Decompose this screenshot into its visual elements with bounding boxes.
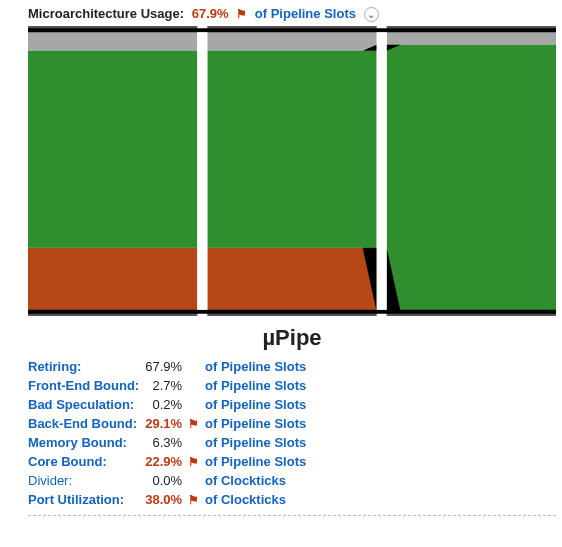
header-line: Microarchitecture Usage: 67.9% ⚑ of Pipe… [28, 6, 556, 22]
metric-value: 67.9% [145, 357, 188, 376]
metric-value: 38.0% [145, 490, 188, 509]
metric-unit-link[interactable]: of Pipeline Slots [205, 454, 306, 469]
header-value: 67.9% [192, 6, 229, 21]
metric-unit-link[interactable]: of Pipeline Slots [205, 359, 306, 374]
metric-row: Core Bound:22.9%⚑of Pipeline Slots [28, 452, 312, 471]
chevron-down-icon[interactable]: ⌄ [364, 7, 379, 22]
metric-row: Port Utilization:38.0%⚑of Clockticks [28, 490, 312, 509]
metric-row: Divider:0.0%of Clockticks [28, 471, 312, 490]
metric-label[interactable]: Core Bound: [28, 454, 107, 469]
flag-icon [188, 357, 205, 376]
metric-unit-link[interactable]: of Pipeline Slots [205, 416, 306, 431]
metric-label[interactable]: Memory Bound: [28, 435, 127, 450]
metric-row: Bad Speculation:0.2%of Pipeline Slots [28, 395, 312, 414]
metric-value: 0.0% [145, 471, 188, 490]
metric-unit-link[interactable]: of Pipeline Slots [205, 397, 306, 412]
metric-value: 6.3% [145, 433, 188, 452]
svg-rect-7 [207, 51, 376, 248]
svg-rect-14 [197, 32, 207, 309]
svg-rect-8 [207, 248, 376, 312]
divider-line [28, 515, 556, 516]
metric-value: 0.2% [145, 395, 188, 414]
header-unit-link[interactable]: of Pipeline Slots [255, 6, 356, 21]
svg-rect-12 [387, 45, 556, 312]
svg-rect-6 [207, 30, 376, 50]
metric-unit-link[interactable]: of Clockticks [205, 473, 286, 488]
flag-icon [188, 395, 205, 414]
metric-value: 29.1% [145, 414, 188, 433]
svg-rect-15 [377, 32, 387, 309]
flag-icon: ⚑ [188, 414, 205, 433]
upipe-diagram [28, 26, 556, 316]
metric-label[interactable]: Port Utilization: [28, 492, 124, 507]
header-label: Microarchitecture Usage: [28, 6, 184, 21]
metric-row: Back-End Bound:29.1%⚑of Pipeline Slots [28, 414, 312, 433]
metric-value: 22.9% [145, 452, 188, 471]
metric-label[interactable]: Divider: [28, 473, 72, 488]
metric-row: Retiring:67.9%of Pipeline Slots [28, 357, 312, 376]
chart-title: µPipe [28, 325, 556, 351]
flag-icon [188, 433, 205, 452]
metric-unit-link[interactable]: of Pipeline Slots [205, 435, 306, 450]
svg-rect-3 [28, 248, 197, 312]
flag-icon: ⚑ [188, 490, 205, 509]
metric-value: 2.7% [145, 376, 188, 395]
metric-label[interactable]: Back-End Bound: [28, 416, 137, 431]
metric-row: Memory Bound:6.3%of Pipeline Slots [28, 433, 312, 452]
metric-label[interactable]: Bad Speculation: [28, 397, 134, 412]
svg-rect-1 [28, 30, 197, 50]
flag-icon: ⚑ [188, 452, 205, 471]
flag-icon [188, 471, 205, 490]
svg-rect-11 [387, 30, 556, 44]
flag-icon: ⚑ [236, 7, 247, 21]
metric-label[interactable]: Front-End Bound: [28, 378, 139, 393]
metric-label[interactable]: Retiring: [28, 359, 81, 374]
svg-rect-2 [28, 51, 197, 248]
flag-icon [188, 376, 205, 395]
metrics-table: Retiring:67.9%of Pipeline SlotsFront-End… [28, 357, 312, 509]
metric-row: Front-End Bound:2.7%of Pipeline Slots [28, 376, 312, 395]
metric-unit-link[interactable]: of Clockticks [205, 492, 286, 507]
metric-unit-link[interactable]: of Pipeline Slots [205, 378, 306, 393]
